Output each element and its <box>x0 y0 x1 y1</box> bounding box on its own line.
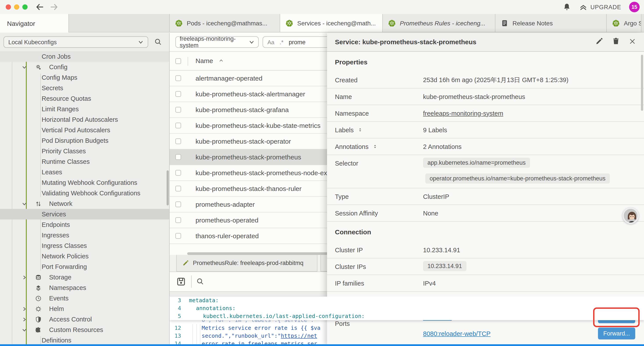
shield-icon <box>35 316 42 323</box>
detail-scrollbar[interactable] <box>641 55 643 111</box>
namespace-select[interactable]: freeleaps-monitoring-system <box>175 36 259 48</box>
edit-pencil-icon[interactable] <box>595 37 603 45</box>
sidebar-tabbar: Navigator <box>0 14 170 32</box>
sidebar-item-storage[interactable]: Storage <box>0 272 170 283</box>
tab-label: Release Notes <box>512 19 553 26</box>
row-checkbox[interactable] <box>175 233 181 239</box>
service-name: kube-prometheus-stack-kube-state-metrics <box>196 122 320 129</box>
app-window: UPGRADE 15 Navigator Pods - icecheng@mat… <box>0 0 644 346</box>
gear-icon <box>35 64 42 70</box>
sidebar-item-custom-resources[interactable]: Custom Resources <box>0 325 170 335</box>
chevron-down-icon[interactable] <box>22 327 27 332</box>
sidebar-item-access-control[interactable]: Access Control <box>0 314 170 325</box>
notifications-bell-icon[interactable] <box>562 3 571 11</box>
sidebar-item-label: Leases <box>42 169 62 176</box>
history-forward-button[interactable] <box>49 2 59 12</box>
sidebar-search-icon[interactable] <box>154 38 162 46</box>
forward-button-2[interactable]: Forward... <box>598 328 635 340</box>
sort-toggle-icon[interactable] <box>357 127 363 133</box>
row-checkbox[interactable] <box>175 123 181 128</box>
window-minimize-button[interactable] <box>14 4 19 10</box>
detail-value: IPv4 <box>423 280 436 287</box>
notification-count-badge[interactable]: 15 <box>629 2 640 12</box>
editor-tab-prometheusrule[interactable]: PrometheusRule: freeleaps-prod-rabbitmq <box>176 255 318 272</box>
detail-row-session-affinity: Session AffinityNone <box>327 205 644 222</box>
sidebar-item-label: Config <box>49 63 68 70</box>
delete-trash-icon[interactable] <box>612 37 620 45</box>
sidebar-item-namespaces[interactable]: Namespaces <box>0 283 170 293</box>
row-checkbox[interactable] <box>175 138 181 144</box>
sidebar-item-runtime-classes[interactable]: Runtime Classes <box>0 156 170 167</box>
service-name: kube-prometheus-stack-prometheus <box>196 153 301 161</box>
chevron-right-icon[interactable] <box>22 306 27 311</box>
sidebar-item-validating-webhook-configurations[interactable]: Validating Webhook Configurations <box>0 188 170 198</box>
namespace-link[interactable]: freeleaps-monitoring-system <box>423 110 503 117</box>
sidebar-item-endpoints[interactable]: Endpoints <box>0 219 170 230</box>
upgrade-button[interactable]: UPGRADE <box>579 3 621 11</box>
tab-navigator[interactable]: Navigator <box>0 14 69 32</box>
sidebar-item-pod-disruption-budgets[interactable]: Pod Disruption Budgets <box>0 135 170 146</box>
tab-argo-se[interactable]: Argo Se <box>607 14 641 32</box>
sidebar-item-priority-classes[interactable]: Priority Classes <box>0 146 170 156</box>
sidebar-item-horizontal-pod-autoscalers[interactable]: Horizontal Pod Autoscalers <box>0 114 170 125</box>
row-checkbox[interactable] <box>175 201 181 207</box>
sort-toggle-icon[interactable] <box>372 144 378 149</box>
sidebar-item-resource-quotas[interactable]: Resource Quotas <box>0 93 170 104</box>
close-icon[interactable] <box>629 37 636 45</box>
window-zoom-button[interactable] <box>22 4 28 10</box>
regex-toggle[interactable]: .* <box>280 39 284 45</box>
sidebar-item-definitions[interactable]: Definitions <box>0 335 170 346</box>
document-icon <box>501 19 508 27</box>
sidebar-item-helm[interactable]: Helm <box>0 304 170 314</box>
sidebar-item-limit-ranges[interactable]: Limit Ranges <box>0 104 170 114</box>
row-checkbox[interactable] <box>175 107 181 113</box>
chevron-down-icon[interactable] <box>22 201 27 206</box>
sidebar-item-vertical-pod-autoscalers[interactable]: Vertical Pod Autoscalers <box>0 125 170 135</box>
sidebar-item-config-maps[interactable]: Config Maps <box>0 72 170 83</box>
sidebar-item-network[interactable]: Network <box>0 198 170 209</box>
row-checkbox[interactable] <box>175 217 181 223</box>
sidebar-item-events[interactable]: Events <box>0 293 170 304</box>
sidebar-item-network-policies[interactable]: Network Policies <box>0 251 170 262</box>
chevron-down-icon[interactable] <box>22 65 27 69</box>
window-close-button[interactable] <box>6 4 11 10</box>
sidebar-item-ingress-classes[interactable]: Ingress Classes <box>0 240 170 251</box>
detail-value: kube-prometheus-stack-prometheus <box>423 93 525 100</box>
sidebar-item-leases[interactable]: Leases <box>0 167 170 177</box>
tab-prometheus-rules-icecheng[interactable]: Prometheus Rules - icecheng... <box>383 14 496 32</box>
editor-search-button[interactable] <box>196 277 204 286</box>
row-checkbox[interactable] <box>175 91 181 97</box>
sidebar-item-label: Helm <box>49 305 64 312</box>
sidebar-item-config[interactable]: Config <box>0 62 170 72</box>
assistant-avatar[interactable] <box>622 208 639 224</box>
row-checkbox[interactable] <box>175 170 181 176</box>
chevron-right-icon[interactable] <box>22 317 27 322</box>
row-checkbox[interactable] <box>175 75 181 81</box>
save-button[interactable] <box>176 277 186 287</box>
detail-label: Created <box>335 76 358 83</box>
sidebar-item-port-forwarding[interactable]: Port Forwarding <box>0 262 170 272</box>
sidebar-item-cron-jobs[interactable]: Cron Jobs <box>0 51 170 62</box>
code-link[interactable]: https://net <box>281 333 317 339</box>
kubeconfig-select-value: Local Kubeconfigs <box>8 39 57 45</box>
chevron-right-icon[interactable] <box>22 275 27 280</box>
history-back-button[interactable] <box>35 2 45 12</box>
kubeconfig-select[interactable]: Local Kubeconfigs <box>4 36 148 48</box>
select-all-checkbox[interactable] <box>175 58 181 64</box>
tab-services-icecheng-math[interactable]: Services - icecheng@math...✕ <box>280 14 383 32</box>
value-chip: 10.233.14.91 <box>423 261 466 271</box>
tab-pods-icecheng-mathmas[interactable]: Pods - icecheng@mathmas... <box>170 14 280 32</box>
match-case-toggle[interactable]: Aa <box>268 39 274 45</box>
sidebar-item-services[interactable]: Services <box>0 209 170 219</box>
sidebar-item-mutating-webhook-configurations[interactable]: Mutating Webhook Configurations <box>0 177 170 188</box>
row-checkbox[interactable] <box>175 154 181 160</box>
tab-release-notes[interactable]: Release Notes <box>496 14 607 32</box>
row-checkbox[interactable] <box>175 186 181 191</box>
sidebar-item-ingresses[interactable]: Ingresses <box>0 230 170 240</box>
name-column-header[interactable]: Name <box>196 57 224 64</box>
tab-label: Argo Se <box>624 19 641 26</box>
sidebar-item-label: Validating Webhook Configurations <box>42 190 140 197</box>
sidebar-item-label: Access Control <box>49 316 92 323</box>
sidebar-item-secrets[interactable]: Secrets <box>0 83 170 93</box>
port-link-8080-reloader-web-tcp[interactable]: 8080:reloader-web/TCP <box>423 330 490 337</box>
